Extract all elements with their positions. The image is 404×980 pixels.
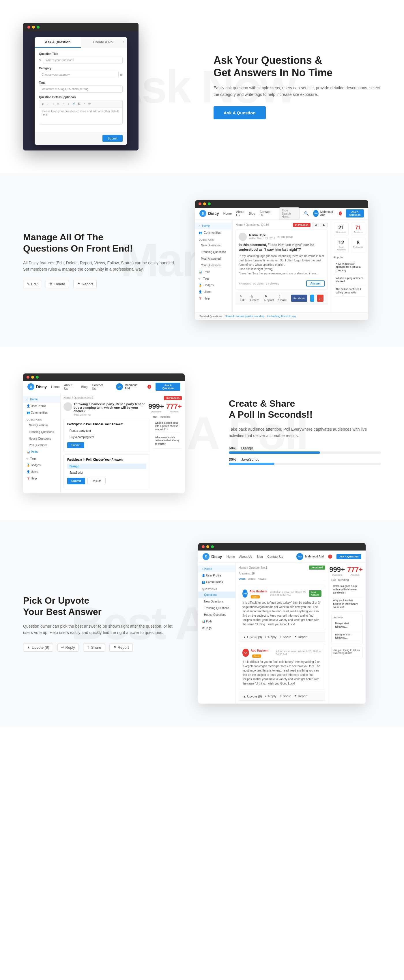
answer2-reply[interactable]: ↩ Reply [265, 694, 276, 698]
ask-question-btn[interactable]: Ask A Question [214, 106, 266, 119]
sidebar-home[interactable]: ⌂ Home [195, 223, 232, 229]
sidebar-your-questions[interactable]: Your Questions [195, 262, 232, 269]
poll-sidebar-tags[interactable]: 🏷 Tags [23, 455, 60, 462]
poll-opt-django[interactable]: Django [67, 464, 146, 469]
poll-submit-btn2[interactable]: Submit [67, 478, 85, 484]
sort-oldest[interactable]: Oldest [248, 578, 255, 580]
upvote-btn[interactable]: ▲ Upvote (9) [23, 643, 53, 652]
edit-action[interactable]: ✎ Edit [240, 294, 247, 302]
sidebar-most-answered[interactable]: Most Answered [195, 255, 232, 262]
answer-topbar-ask[interactable]: Ask A Question [336, 554, 361, 559]
next-arrow[interactable]: ▶ [321, 223, 328, 227]
edit-btn[interactable]: ✎ Edit [23, 280, 41, 288]
tags-input[interactable]: Maximum of 5 tags, 25 chars per tag [39, 86, 123, 93]
sidebar-users[interactable]: 👤 Users [195, 288, 232, 295]
delete-action[interactable]: 🗑 Delete [250, 294, 261, 302]
tab-create-poll[interactable]: Create A Poll [81, 37, 127, 48]
facebook-action[interactable]: Facebook [291, 294, 307, 302]
poll-nav-home[interactable]: Home [51, 385, 59, 388]
sidebar-help[interactable]: ❓ Help [195, 295, 232, 302]
poll-opt-1[interactable]: Rent a party tent [67, 428, 146, 434]
twitter-action[interactable]: t [310, 294, 315, 302]
sort-newest[interactable]: Newest [258, 578, 266, 580]
poll-opt-javascript[interactable]: JavaScript [67, 470, 146, 476]
poll-sidebar-home[interactable]: ⌂ Home [23, 396, 60, 402]
submit-question-btn[interactable]: Submit [103, 135, 123, 142]
prev-arrow[interactable]: ◀ [312, 223, 319, 227]
nav-search[interactable]: Type Search Here... [279, 207, 299, 220]
sidebar-polls[interactable]: 📊 Polls [195, 269, 232, 275]
report-action[interactable]: ⚑ Report [265, 294, 276, 302]
modal-close-btn[interactable]: × [122, 40, 125, 44]
tab-ask-question[interactable]: Ask A Question [35, 37, 81, 48]
poll-topbar-ask[interactable]: Ask A Question [155, 383, 181, 391]
nav-contact[interactable]: Contact Us [260, 210, 270, 217]
sidebar-new-questions[interactable]: New Questions [195, 242, 232, 249]
share-btn[interactable]: ⇧ Share [83, 643, 105, 652]
poll-sidebar-profile[interactable]: 👤 User Profile [23, 402, 60, 409]
answer-sidebar-profile[interactable]: 👤 User Profile [198, 572, 236, 579]
sidebar-tags[interactable]: 🏷 Tags [195, 275, 232, 282]
poll-nav-about[interactable]: About Us [64, 383, 77, 390]
answer-upvote[interactable]: ▲ Upvote (9) [243, 635, 262, 639]
answer-sidebar-trending[interactable]: Trending Questions [198, 605, 236, 611]
italic-btn[interactable]: I [46, 101, 50, 106]
answer-sidebar-questions[interactable]: Questions [198, 592, 236, 598]
answer-sidebar-communities[interactable]: 👥 Communities [198, 579, 236, 585]
poll-sidebar-poll-q[interactable]: Poll Questions [23, 442, 60, 449]
search-icon[interactable]: 🔍 [304, 211, 309, 216]
category-input[interactable]: Choose your category [39, 71, 119, 78]
answer2-upvote[interactable]: ▲ Upvote (9) [243, 694, 262, 698]
answer-sidebar-house[interactable]: House Questions [198, 611, 236, 618]
poll-results-btn[interactable]: Results [87, 478, 106, 484]
answer-sidebar-new-q[interactable]: New Questions [198, 598, 236, 605]
gplus-action[interactable]: g+ [317, 294, 323, 302]
share-action[interactable]: ⇧ Share [278, 294, 288, 302]
poll-nav-blog[interactable]: Blog [81, 385, 87, 388]
poll-sidebar-new-q[interactable]: New Questions [23, 422, 60, 429]
answer-btn[interactable]: Answer [306, 280, 325, 286]
answer2-share[interactable]: ⇧ Share [279, 694, 291, 698]
sidebar-communities[interactable]: 👥 Communities [195, 229, 232, 236]
link-btn[interactable]: 🔗 [71, 101, 76, 106]
quote-btn[interactable]: " [82, 101, 87, 106]
answer-sidebar-polls[interactable]: 📊 Polls [198, 618, 236, 625]
poll-sidebar-users[interactable]: 👤 Users [23, 468, 60, 475]
ul-btn[interactable]: ≡ [61, 101, 66, 106]
answer-nav-contact[interactable]: Contact Us [267, 555, 283, 558]
answer-nav-about[interactable]: About Us [239, 555, 252, 558]
answer-nav-home[interactable]: Home [227, 555, 235, 558]
poll-sidebar-polls[interactable]: 📊 Polls [23, 449, 60, 455]
answer-report[interactable]: ⚑ Report [294, 635, 307, 639]
report-btn[interactable]: ⚑ Report [73, 280, 97, 288]
nav-about[interactable]: About Us [236, 210, 244, 217]
sidebar-trending[interactable]: Trending Questions [195, 249, 232, 255]
sidebar-badges[interactable]: 🏅 Badges [195, 282, 232, 288]
img-btn[interactable]: 🖼 [77, 101, 81, 106]
h-btn[interactable]: H [56, 101, 60, 106]
answer-sidebar-home[interactable]: ⌂ Home [198, 566, 236, 572]
reply-btn[interactable]: ↩ Reply [57, 643, 79, 652]
poll-sidebar-communities[interactable]: 👥 Communities [23, 409, 60, 416]
poll-sidebar-badges[interactable]: 🏅 Badges [23, 462, 60, 468]
nav-home[interactable]: Home [223, 212, 232, 215]
delete-btn[interactable]: 🗑 Delete [46, 280, 69, 288]
code-btn[interactable]: </> [87, 101, 92, 106]
report-btn-answer[interactable]: ⚑ Report [109, 643, 133, 652]
poll-nav-contact[interactable]: Contact Us [92, 383, 107, 390]
bold-btn[interactable]: B [40, 101, 45, 106]
sort-votes[interactable]: Votes [239, 578, 246, 580]
answer-reply[interactable]: ↩ Reply [265, 635, 276, 639]
answer2-report[interactable]: ⚑ Report [294, 694, 307, 698]
poll-sidebar-help[interactable]: ❓ Help [23, 475, 60, 482]
poll-sidebar-house[interactable]: House Questions [23, 435, 60, 442]
question-title-input[interactable]: What's your question? [43, 57, 123, 64]
answer-nav-blog[interactable]: Blog [257, 555, 263, 558]
details-input[interactable]: Please keep your question concise and ad… [39, 107, 123, 124]
poll-opt-2[interactable]: Buy a camping tent [67, 434, 146, 440]
answer-share[interactable]: ⇧ Share [279, 635, 291, 639]
nav-blog[interactable]: Blog [249, 212, 255, 215]
answer-sidebar-tags[interactable]: 🏷 Tags [198, 625, 236, 632]
poll-sidebar-trending[interactable]: Trending Questions [23, 429, 60, 435]
poll-submit-btn1[interactable]: Submit [67, 442, 84, 448]
